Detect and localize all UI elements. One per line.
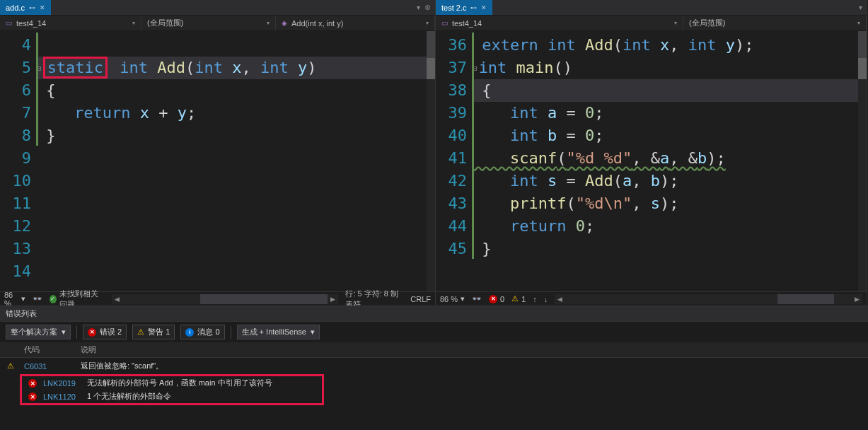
- scope-dropdown[interactable]: 整个解决方案 ▾: [6, 325, 71, 339]
- nav-project[interactable]: ▭ test4_14 ▾: [436, 16, 683, 30]
- warning-count[interactable]: ⚠1: [511, 294, 526, 303]
- project-icon: ▭: [6, 19, 12, 27]
- close-icon[interactable]: ✕: [40, 4, 45, 11]
- nav-row-right: ▭ test4_14 ▾ (全局范围) ▾: [436, 16, 867, 31]
- editor-status-left: 86 % ▾ 👓 ✓未找到相关问题 ◀ ▶ 行: 5 字符: 8 制表符 CRL…: [0, 291, 435, 306]
- check-icon: ✓: [50, 295, 57, 303]
- error-list-title: 错误列表: [0, 306, 868, 322]
- lightbulb-icon[interactable]: 👓: [472, 294, 482, 303]
- file-tab-label: test 2.c: [441, 4, 466, 12]
- col-code[interactable]: 代码: [21, 344, 78, 355]
- scroll-left-icon[interactable]: ◀: [112, 296, 122, 303]
- next-issue-icon[interactable]: ↓: [544, 295, 548, 303]
- code-area-right[interactable]: 36 37 38 39 40 41 42 43 44 45 extern int…: [436, 31, 867, 291]
- zoom-level[interactable]: 86 % ▾: [440, 294, 465, 303]
- error-icon: ✕: [28, 393, 37, 401]
- editor-pane-right: test 2.c ⊷ ✕ ▾ ▭ test4_14 ▾ (全局范围) ▾ 36 …: [436, 0, 867, 306]
- error-icon: ✕: [88, 328, 96, 337]
- error-list-panel: 错误列表 整个解决方案 ▾ ✕ 错误 2 ⚠ 警告 1 i 消息 0 生成 + …: [0, 306, 868, 430]
- highlight-box: ✕ LNK2019 无法解析的外部符号 Add，函数 main 中引用了该符号 …: [20, 374, 324, 405]
- error-table: 代码 说明 ⚠ C6031 返回值被忽略: "scanf"。 ✕ LNK2019…: [0, 342, 868, 407]
- h-scrollbar[interactable]: [777, 294, 834, 304]
- code-lines-right[interactable]: extern int Add(int x, int y); ⊟int main(…: [473, 31, 867, 291]
- table-row[interactable]: ✕ LNK2019 无法解析的外部符号 Add，函数 main 中引用了该符号: [22, 376, 322, 390]
- dropdown-icon[interactable]: ▾: [417, 4, 420, 11]
- chevron-down-icon: ▾: [132, 20, 135, 26]
- table-row[interactable]: ⚠ C6031 返回值被忽略: "scanf"。: [0, 359, 868, 373]
- editor-pane-left: add.c ⊷ ✕ ▾ ⚙ ▭ test4_14 ▾ (全局范围) ▾ ◈ Ad…: [0, 0, 436, 306]
- line-gutter: 4 5 6 7 8 9 10 11 12 13 14: [0, 31, 37, 291]
- code-area-left[interactable]: 4 5 6 7 8 9 10 11 12 13 14 ⊟static int A…: [0, 31, 435, 291]
- change-indicator: [472, 33, 474, 259]
- nav-project[interactable]: ▭ test4_14 ▾: [0, 16, 141, 30]
- info-icon: i: [185, 328, 194, 337]
- error-icon: ✕: [28, 379, 37, 388]
- tab-bar-right: test 2.c ⊷ ✕ ▾: [436, 0, 867, 16]
- scroll-right-icon[interactable]: ▶: [852, 296, 862, 303]
- gear-icon[interactable]: ⚙: [424, 4, 431, 11]
- warning-icon: ⚠: [137, 327, 144, 337]
- error-icon: ✕: [489, 295, 497, 303]
- dropdown-icon[interactable]: ▾: [859, 4, 862, 11]
- error-count[interactable]: ✕0: [489, 295, 504, 303]
- line-ending[interactable]: CRLF: [410, 295, 431, 303]
- col-desc[interactable]: 说明: [78, 344, 868, 355]
- tab-bar-left: add.c ⊷ ✕ ▾ ⚙: [0, 0, 435, 16]
- chevron-down-icon: ▾: [857, 20, 860, 26]
- warnings-filter[interactable]: ⚠ 警告 1: [132, 325, 175, 339]
- nav-scope[interactable]: (全局范围) ▾: [683, 16, 867, 30]
- scrollbar[interactable]: [858, 31, 867, 291]
- file-tab-test2-c[interactable]: test 2.c ⊷ ✕: [436, 0, 492, 15]
- highlight-box: static: [43, 57, 108, 79]
- chevron-down-icon: ▾: [426, 20, 429, 26]
- warning-icon: ⚠: [7, 361, 14, 370]
- zoom-level[interactable]: 86 % ▾: [4, 291, 25, 308]
- messages-filter[interactable]: i 消息 0: [180, 325, 224, 339]
- pin-icon[interactable]: ⊷: [29, 4, 35, 11]
- file-tab-label: add.c: [6, 4, 25, 12]
- chevron-down-icon: ▾: [267, 20, 270, 26]
- chevron-down-icon: ▾: [62, 327, 66, 337]
- scroll-left-icon[interactable]: ◀: [555, 296, 565, 303]
- editor-status-right: 86 % ▾ 👓 ✕0 ⚠1 ↑ ↓ ◀ ▶: [436, 291, 867, 306]
- chevron-down-icon: ▾: [674, 20, 677, 26]
- pin-icon[interactable]: ⊷: [470, 4, 477, 11]
- file-tab-add-c[interactable]: add.c ⊷ ✕: [0, 0, 51, 15]
- nav-member[interactable]: ◈ Add(int x, int y) ▾: [276, 16, 435, 30]
- chevron-down-icon: ▾: [461, 294, 465, 303]
- error-filters: 整个解决方案 ▾ ✕ 错误 2 ⚠ 警告 1 i 消息 0 生成 + Intel…: [0, 322, 868, 342]
- prev-issue-icon[interactable]: ↑: [533, 295, 537, 303]
- table-header: 代码 说明: [0, 342, 868, 358]
- errors-filter[interactable]: ✕ 错误 2: [83, 325, 127, 339]
- h-scrollbar[interactable]: [200, 294, 328, 304]
- close-icon[interactable]: ✕: [481, 4, 487, 11]
- change-indicator: [36, 33, 38, 146]
- chevron-down-icon: ▾: [311, 327, 315, 337]
- nav-scope[interactable]: (全局范围) ▾: [141, 16, 276, 30]
- lightbulb-icon[interactable]: 👓: [33, 294, 42, 303]
- scroll-right-icon[interactable]: ▶: [328, 296, 338, 303]
- chevron-down-icon: ▾: [21, 294, 25, 303]
- table-row[interactable]: ✕ LNK1120 1 个无法解析的外部命令: [22, 390, 322, 403]
- code-lines-left[interactable]: ⊟static int Add(int x, int y) { return x…: [37, 31, 435, 291]
- nav-row-left: ▭ test4_14 ▾ (全局范围) ▾ ◈ Add(int x, int y…: [0, 16, 435, 31]
- source-dropdown[interactable]: 生成 + IntelliSense ▾: [237, 325, 320, 339]
- scrollbar[interactable]: [427, 31, 435, 291]
- cube-icon: ◈: [282, 19, 287, 27]
- project-icon: ▭: [441, 19, 448, 27]
- line-gutter: 36 37 38 39 40 41 42 43 44 45: [436, 31, 473, 291]
- warning-icon: ⚠: [511, 294, 519, 303]
